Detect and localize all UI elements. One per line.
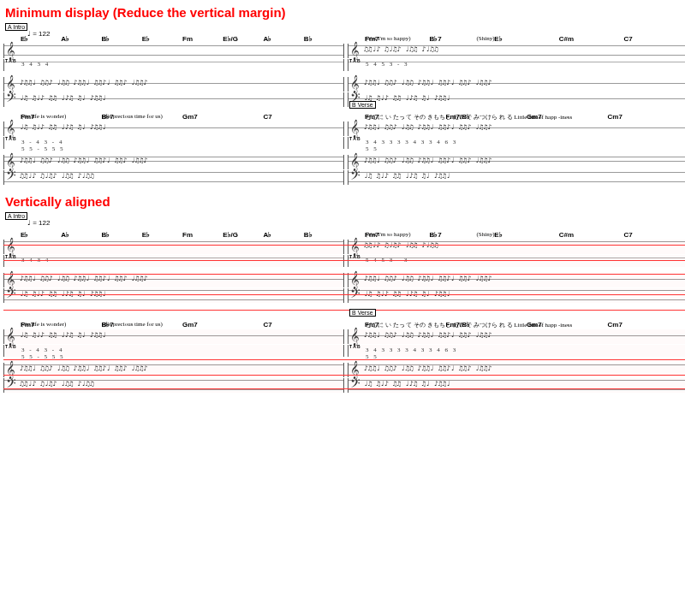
chord: Fm: [182, 231, 223, 239]
alignment-guide-line: [3, 388, 685, 389]
alignment-guide-line: [3, 310, 685, 311]
system-1-left: A Intro ♩ = 122 E♭ A♭ B♭ E♭ Fm E♭/G A♭ B…: [3, 23, 344, 108]
lyrics: (Yes I'm so happy) (Shiny): [366, 35, 684, 42]
alignment-guide-line: [3, 274, 685, 275]
treble-clef-icon: 𝄞: [350, 42, 360, 60]
chord: B♭: [102, 35, 142, 43]
tab-staff: T A B3 4 3 3 3 3 4 3 3 4 6 35 5: [348, 345, 685, 357]
piano-bass-staff: 𝄢♩♫ ♫♩♪ ♫♫ ♩♪♫ ♫♩ ♪♫♫♩: [348, 378, 685, 393]
piano-bass-staff: 𝄢♩♫ ♫♩♪ ♫♫ ♩♪♫ ♫♩ ♪♫♫♩: [3, 288, 344, 303]
section-marker-verse: B Verse: [349, 309, 376, 317]
tab-label: T A B: [5, 59, 16, 62]
alignment-guide-line: [3, 294, 685, 295]
chord-row: E♭ A♭ B♭ E♭ Fm E♭/G A♭ B♭: [3, 35, 344, 43]
alignment-guide-line: [3, 359, 685, 360]
tab-staff: T A B3 4 3 3 3 3 4 3 3 4 6 35 5: [348, 137, 685, 149]
vocal-staff: 𝄞 どこに い たっ て その きもちし だい で みつけら れ る Littl…: [348, 121, 685, 136]
alignment-guide-line: [3, 375, 685, 376]
notation: ♪♫♫♩ ♫♫♪ ♩♫♫ ♪♫♫♩ ♫♫♪♩ ♫♫♪ ♩♫♫♪: [20, 155, 340, 169]
chord: A♭: [61, 231, 101, 239]
treble-clef-icon: 𝄞: [6, 120, 15, 138]
alignment-guide-line: [3, 260, 685, 261]
notation: ♫♫♩♪ ♫♩♫♪ ♩♫♫ ♪♩♫♫: [20, 378, 340, 393]
bass-clef-icon: 𝄢: [6, 91, 16, 109]
lyrics: (So life is wonder) (It's precious time …: [21, 113, 340, 120]
vocal-staff: 𝄞 (So life is wonder) (It's precious tim…: [3, 121, 344, 136]
treble-clef-icon: 𝄞: [350, 328, 360, 346]
notation: ♪♫♫♩ ♫♫♪ ♩♫♫ ♪♫♫♩ ♫♫♪♩ ♫♫♪ ♩♫♫♪: [364, 121, 684, 136]
lyrics: (So life is wonder) (It's precious time …: [21, 321, 340, 328]
chord: E♭/G: [223, 231, 263, 239]
treble-clef-icon: 𝄞: [350, 120, 360, 138]
tab-numbers: 3 - 4 3 - 45 5 - 5 5 5: [21, 139, 340, 152]
section-marker-verse: B Verse: [349, 101, 376, 109]
chord: A♭: [264, 231, 304, 239]
notation: ♪♫♫♩ ♫♫♪ ♩♫♫ ♪♫♫♩ ♫♫♪♩ ♫♫♪ ♩♫♫♪: [20, 273, 340, 287]
piano-bass-staff: 𝄢♩♫ ♫♩♪ ♫♫ ♩♪♫ ♫♩ ♪♫♫♩: [3, 92, 344, 107]
vocal-staff: 𝄞 (Yes I'm so happy) (Shiny) ♫♫♩♪ ♫♩♫♪ ♩…: [348, 44, 685, 58]
tab-label: T A B: [349, 255, 360, 258]
system-2-right: B Verse Fm7 Fm7/B♭ Gm7 Cm7 𝄞 どこに い たっ て …: [348, 111, 685, 186]
tab-staff: T A B3 4 3 4: [3, 255, 344, 267]
tab-label: T A B: [5, 255, 16, 258]
tempo-marking: ♩ = 122: [27, 219, 50, 227]
score-minimum: A Intro ♩ = 122 E♭ A♭ B♭ E♭ Fm E♭/G A♭ B…: [3, 23, 685, 186]
chord: E♭/G: [223, 35, 263, 43]
tab-numbers: 5 4 5 3 - 3: [366, 61, 684, 68]
tab-staff: T A B3 - 4 3 - 45 5 - 5 5 5: [3, 137, 344, 149]
chord: E♭: [21, 231, 61, 239]
chord-row: E♭ A♭ B♭ E♭ Fm E♭/G A♭ B♭: [3, 231, 344, 239]
chord: B♭: [102, 231, 142, 239]
piano-bass-staff: 𝄢♩♫ ♫♩♪ ♫♫ ♩♪♫ ♫♩ ♪♫♫♩: [348, 92, 685, 107]
chord: A♭: [61, 35, 101, 43]
chord: A♭: [264, 35, 304, 43]
system-2-left-aligned: Fm7 B♭7 Gm7 C7 𝄞 (So life is wonder) (It…: [3, 307, 344, 394]
bass-clef-icon: 𝄢: [6, 169, 16, 187]
notation: ♩♫ ♫♩♪ ♫♫ ♩♪♫ ♫♩ ♪♫♫♩: [20, 121, 340, 136]
notation: ♪♫♫♩ ♫♫♪ ♩♫♫ ♪♫♫♩ ♫♫♪♩ ♫♫♪ ♩♫♫♪: [364, 273, 684, 287]
lyrics: どこに い たっ て その きもちし だい で みつけら れ る Little …: [366, 321, 684, 329]
tab-label: T A B: [5, 345, 16, 348]
lyrics: (Yes I'm so happy) (Shiny): [366, 231, 684, 238]
system-row-1: A Intro ♩ = 122 E♭ A♭ B♭ E♭ Fm E♭/G A♭ B…: [3, 23, 685, 108]
notation: ♩♫ ♫♩♪ ♫♫ ♩♪♫ ♫♩ ♪♫♫♩: [364, 170, 684, 185]
system-1-left-aligned: A Intro ♩ = 122 E♭ A♭ B♭ E♭ Fm E♭/G A♭ B…: [3, 212, 344, 304]
piano-treble-staff: 𝄞♪♫♫♩ ♫♫♪ ♩♫♫ ♪♫♫♩ ♫♫♪♩ ♫♫♪ ♩♫♫♪: [348, 273, 685, 287]
piano-treble-staff: 𝄞♪♫♫♩ ♫♫♪ ♩♫♫ ♪♫♫♩ ♫♫♪♩ ♫♫♪ ♩♫♫♪: [3, 273, 344, 287]
tempo-marking: ♩ = 122: [27, 30, 50, 38]
piano-treble-staff: 𝄞♪♫♫♩ ♫♫♪ ♩♫♫ ♪♫♫♩ ♫♫♪♩ ♫♫♪ ♩♫♫♪: [3, 77, 344, 92]
system-1-right: Fm7 B♭7 E♭ C#m C7 𝄞 (Yes I'm so happy) (…: [348, 23, 685, 108]
tab-numbers: 3 - 4 3 - 45 5 - 5 5 5: [21, 346, 340, 360]
vocal-staff: 𝄞 どこに い たっ て その きもちし だい で みつけら れ る Littl…: [348, 329, 685, 344]
chord: Fm: [182, 35, 223, 43]
treble-clef-icon: 𝄞: [6, 238, 15, 256]
tab-staff: T A B3 4 3 4: [3, 59, 344, 71]
notation: ♪♫♫♩ ♫♫♪ ♩♫♫ ♪♫♫♩ ♫♫♪♩ ♫♫♪ ♩♫♫♪: [364, 329, 684, 344]
chord: E♭: [142, 35, 182, 43]
tab-numbers: 3 4 3 3 3 3 4 3 3 4 6 35 5: [366, 139, 684, 152]
system-row-2: Fm7 B♭7 Gm7 C7 𝄞 (So life is wonder) (It…: [3, 111, 685, 186]
treble-clef-icon: 𝄞: [6, 42, 15, 60]
tab-label: T A B: [349, 345, 360, 348]
notation: ♪♫♫♩ ♫♫♪ ♩♫♫ ♪♫♫♩ ♫♫♪♩ ♫♫♪ ♩♫♫♪: [364, 77, 684, 92]
bass-clef-icon: 𝄢: [350, 169, 360, 187]
piano-treble-staff: 𝄞♪♫♫♩ ♫♫♪ ♩♫♫ ♪♫♫♩ ♫♫♪♩ ♫♫♪ ♩♫♫♪: [348, 155, 685, 169]
alignment-guide-line: [3, 245, 685, 246]
piano-bass-staff: 𝄢♩♫ ♫♩♪ ♫♫ ♩♪♫ ♫♩ ♪♫♫♩: [348, 170, 685, 185]
piano-bass-staff: 𝄢♩♫ ♫♩♪ ♫♫ ♩♪♫ ♫♩ ♪♫♫♩: [348, 288, 685, 303]
heading-minimum: Minimum display (Reduce the vertical mar…: [5, 5, 685, 20]
notation: ♫♫♩♪ ♫♩♫♪ ♩♫♫ ♪♩♫♫: [364, 44, 684, 58]
score-aligned: A Intro ♩ = 122 E♭ A♭ B♭ E♭ Fm E♭/G A♭ B…: [3, 212, 685, 394]
treble-clef-icon: 𝄞: [350, 238, 360, 256]
piano-treble-staff: 𝄞♪♫♫♩ ♫♫♪ ♩♫♫ ♪♫♫♩ ♫♫♪♩ ♫♫♪ ♩♫♫♪: [3, 155, 344, 169]
section-marker-intro: A Intro: [5, 23, 27, 31]
notation: ♩♫ ♫♩♪ ♫♫ ♩♪♫ ♫♩ ♪♫♫♩: [20, 288, 340, 303]
notation: ♩♫ ♫♩♪ ♫♫ ♩♪♫ ♫♩ ♪♫♫♩: [20, 92, 340, 107]
tab-label: T A B: [349, 59, 360, 62]
vocal-staff: 𝄞: [3, 240, 344, 254]
bass-clef-icon: 𝄢: [350, 376, 360, 394]
lyrics: どこに い たっ て その きもちし だい で みつけら れ る Little …: [366, 113, 684, 121]
notation: ♪♫♫♩ ♫♫♪ ♩♫♫ ♪♫♫♩ ♫♫♪♩ ♫♫♪ ♩♫♫♪: [20, 77, 340, 92]
system-2-right-aligned: B Verse Fm7 Fm7/B♭ Gm7 Cm7 𝄞 どこに い たっ て …: [348, 307, 685, 394]
piano-treble-staff: 𝄞♪♫♫♩ ♫♫♪ ♩♫♫ ♪♫♫♩ ♫♫♪♩ ♫♫♪ ♩♫♫♪: [348, 77, 685, 92]
